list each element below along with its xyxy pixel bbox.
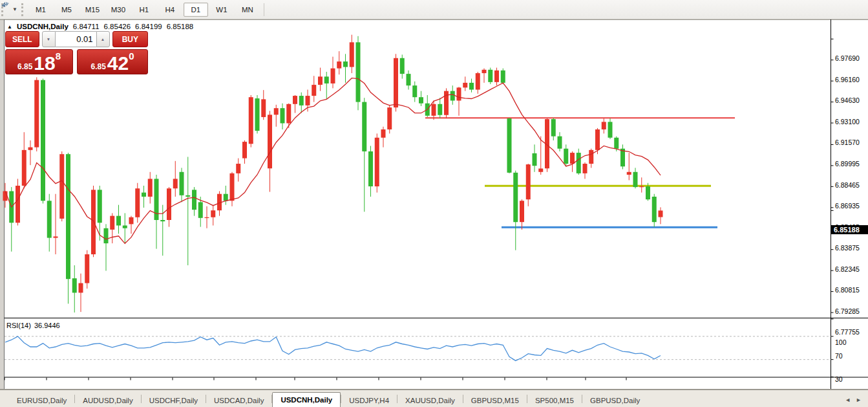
pane-splitter[interactable] (4, 336, 831, 339)
buy-price-small: 6.85 (91, 62, 106, 71)
candle-body (306, 96, 310, 105)
candle-body (116, 216, 121, 226)
tab-sp500-m15[interactable]: SP500,M15 (527, 394, 582, 407)
tab-audusd-daily[interactable]: AUDUSD,Daily (75, 394, 140, 407)
price-axis-label: 6.91570 (835, 138, 860, 146)
timeframe-button-m15[interactable]: M15 (80, 3, 105, 17)
high-value: 6.85426 (104, 23, 131, 30)
rsi-axis-label: 100 (835, 338, 847, 346)
chart-canvas[interactable] (0, 19, 868, 390)
chart-tab-bar: EURUSD,DailyAUDUSD,DailyUSDCHF,DailyUSDC… (0, 390, 868, 407)
symbol-period-label: USDCNH,Daily (17, 23, 69, 30)
timeframe-button-mn[interactable]: MN (235, 3, 260, 17)
candle-body (583, 164, 587, 173)
volume-decrease-button[interactable]: ▼ (42, 31, 56, 47)
toolbar-separator (264, 3, 264, 16)
candle-body (28, 148, 33, 150)
sell-price-small: 6.85 (17, 62, 32, 71)
candle-body (394, 58, 398, 107)
timeframe-button-m5[interactable]: M5 (54, 3, 79, 17)
tab-xauusd-daily[interactable]: XAUUSD,Daily (397, 394, 463, 407)
buy-button[interactable]: BUY (112, 31, 148, 47)
buy-price-display[interactable]: 6.85 42 0 (77, 49, 148, 74)
candlestick-series (3, 35, 663, 313)
candle-body (602, 122, 606, 129)
tab-usdcad-daily[interactable]: USDCAD,Daily (206, 394, 271, 407)
timeframe-button-m1[interactable]: M1 (28, 3, 53, 17)
candle-body (419, 97, 423, 104)
tab-usdjpy-h4[interactable]: USDJPY,H4 (341, 394, 397, 407)
tab-scroll-left-icon[interactable]: ◄ (845, 397, 851, 403)
candle-body (34, 80, 39, 148)
candle-body (110, 216, 114, 230)
rsi-indicator-label: RSI(14) 36.9446 (6, 322, 60, 329)
candle-body (577, 153, 581, 173)
candle-body (558, 137, 562, 149)
candle-body (463, 83, 467, 87)
candle-body (564, 149, 568, 164)
candle-body (224, 194, 228, 201)
price-axis-label: 6.79285 (835, 307, 860, 315)
tab-scroll-right-icon[interactable]: ► (856, 397, 862, 403)
price-axis-label: 6.94630 (835, 96, 860, 104)
rsi-name: RSI(14) (6, 322, 31, 329)
candle-body (142, 193, 146, 197)
candle-body (608, 122, 613, 137)
timeframe-button-w1[interactable]: W1 (209, 3, 234, 17)
candle-body (148, 179, 153, 197)
volume-increase-button[interactable]: ▲ (96, 31, 110, 47)
candle-body (488, 70, 492, 82)
collapse-icon[interactable]: ▲ (7, 24, 12, 30)
candle-body (160, 220, 165, 221)
candle-body (407, 74, 411, 85)
candle-body (331, 69, 335, 83)
tab-usdcnh-daily[interactable]: USDCNH,Daily (272, 392, 341, 407)
moving-average-line (5, 78, 661, 244)
tab-gbpusd-daily[interactable]: GBPUSD,Daily (582, 394, 648, 407)
candle-body (652, 197, 657, 222)
price-axis-label: 6.97690 (835, 54, 860, 62)
one-click-trading-panel: SELL ▼ ▲ BUY 6.85 18 8 6.85 42 0 (5, 31, 148, 74)
candle-body (98, 190, 102, 223)
volume-input[interactable] (56, 31, 96, 47)
tab-eurusd-daily[interactable]: EURUSD,Daily (9, 394, 74, 407)
swap-arrows-glyph (0, 0, 10, 9)
candle-body (85, 254, 89, 283)
candle-body (312, 85, 316, 96)
low-value: 6.84199 (135, 23, 162, 30)
buy-price-sup: 0 (129, 50, 134, 61)
candle-body (356, 42, 361, 102)
toolbar-grip[interactable] (21, 3, 25, 16)
candle-body (362, 102, 366, 151)
candle-body (47, 201, 52, 237)
timeframe-toolbar: ▼ M1M5M15M30H1H4D1W1MN (0, 0, 868, 19)
timeframe-button-h1[interactable]: H1 (132, 3, 156, 17)
sell-price-display[interactable]: 6.85 18 8 (5, 49, 73, 74)
price-axis-label: 6.86935 (835, 202, 860, 210)
candle-body (324, 76, 329, 83)
candle-body (450, 91, 455, 101)
candle-body (494, 71, 499, 82)
buy-price-big: 42 (107, 54, 129, 73)
candle-body (281, 108, 285, 123)
timeframe-button-h4[interactable]: H4 (158, 3, 182, 17)
candle-body (501, 71, 505, 83)
candle-body (400, 58, 405, 74)
candle-body (129, 217, 134, 225)
timeframe-button-d1[interactable]: D1 (184, 3, 208, 17)
timeframe-button-m30[interactable]: M30 (106, 3, 131, 17)
swap-arrows-icon[interactable]: ▼ (8, 5, 20, 14)
chart-tabs: EURUSD,DailyAUDUSD,DailyUSDCHF,DailyUSDC… (0, 390, 845, 407)
candle-body (104, 228, 109, 243)
tab-gbpusd-m15[interactable]: GBPUSD,M15 (463, 394, 527, 407)
rsi-axis-label: 70 (835, 352, 843, 360)
sell-button[interactable]: SELL (5, 31, 39, 47)
candle-body (180, 172, 184, 195)
tab-usdchf-daily[interactable]: USDCHF,Daily (142, 394, 206, 407)
price-axis-label: 6.96160 (835, 76, 860, 83)
sell-price-sup: 8 (56, 50, 61, 61)
candle-body (236, 164, 240, 173)
candle-body (343, 61, 348, 67)
candle-body (198, 202, 203, 217)
candle-body (173, 179, 178, 188)
